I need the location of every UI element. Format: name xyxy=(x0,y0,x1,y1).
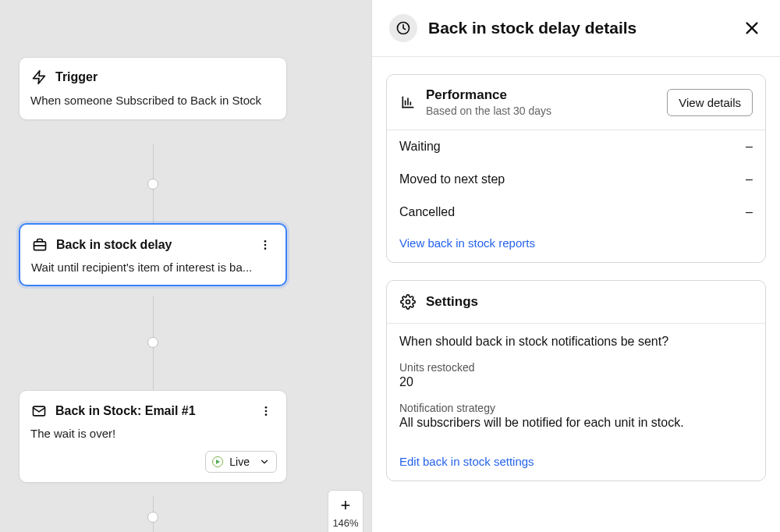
stat-row: Moved to next step – xyxy=(387,163,765,196)
briefcase-icon xyxy=(31,236,48,254)
zoom-level: 146% xyxy=(328,517,363,532)
strategy-value: All subscribers will be notified for eac… xyxy=(399,416,753,430)
stat-row: Cancelled – xyxy=(387,196,765,229)
node-description: When someone Subscribed to Back in Stock xyxy=(20,92,286,119)
svg-point-17 xyxy=(406,300,410,304)
flow-node-delay[interactable]: Back in stock delay Wait until recipient… xyxy=(19,223,287,286)
details-panel: Back in stock delay details Performance … xyxy=(371,0,780,532)
close-button[interactable] xyxy=(741,17,763,39)
zoom-in-button[interactable]: + xyxy=(328,491,363,517)
stat-label: Cancelled xyxy=(399,205,455,219)
connector-handle[interactable] xyxy=(147,179,158,190)
units-label: Units restocked xyxy=(399,361,753,374)
chevron-down-icon xyxy=(259,456,270,467)
node-title: Back in stock delay xyxy=(56,238,248,252)
svg-marker-0 xyxy=(34,71,45,84)
flow-node-trigger[interactable]: Trigger When someone Subscribed to Back … xyxy=(19,57,287,120)
stat-label: Waiting xyxy=(399,140,441,154)
settings-section: Settings When should back in stock notif… xyxy=(386,280,766,481)
section-title: Performance xyxy=(426,87,658,103)
stat-value: – xyxy=(746,172,753,186)
svg-point-3 xyxy=(264,244,267,246)
stat-row: Waiting – xyxy=(387,130,765,163)
strategy-label: Notification strategy xyxy=(399,402,753,414)
svg-point-8 xyxy=(265,413,268,416)
node-title: Back in Stock: Email #1 xyxy=(55,404,249,418)
node-menu-button[interactable] xyxy=(257,402,275,420)
section-subtitle: Based on the last 30 days xyxy=(426,105,658,117)
panel-title: Back in stock delay details xyxy=(428,19,730,37)
svg-point-4 xyxy=(264,247,267,250)
node-title: Trigger xyxy=(55,70,275,84)
stat-value: – xyxy=(746,205,753,219)
node-menu-button[interactable] xyxy=(256,236,275,254)
gear-icon xyxy=(399,293,417,310)
node-description: Wait until recipient's item of interest … xyxy=(20,261,285,285)
units-value: 20 xyxy=(399,375,753,389)
flow-canvas[interactable]: Trigger When someone Subscribed to Back … xyxy=(0,0,371,532)
settings-question: When should back in stock notifications … xyxy=(399,335,753,349)
view-reports-link[interactable]: View back in stock reports xyxy=(387,229,765,262)
view-details-button[interactable]: View details xyxy=(667,89,753,116)
stat-value: – xyxy=(746,140,753,154)
connector-handle[interactable] xyxy=(147,337,158,348)
section-title: Settings xyxy=(426,294,753,310)
svg-point-6 xyxy=(265,406,268,409)
clock-icon xyxy=(389,14,417,42)
mail-icon xyxy=(30,403,48,420)
zoom-control: + 146% xyxy=(328,490,363,532)
flow-node-email[interactable]: Back in Stock: Email #1 The wait is over… xyxy=(19,390,287,483)
status-label: Live xyxy=(229,456,250,468)
stat-label: Moved to next step xyxy=(399,172,505,186)
performance-section: Performance Based on the last 30 days Vi… xyxy=(386,74,766,263)
svg-point-2 xyxy=(264,240,267,243)
edit-settings-link[interactable]: Edit back in stock settings xyxy=(387,447,765,481)
status-dropdown[interactable]: Live xyxy=(205,451,277,473)
panel-header: Back in stock delay details xyxy=(372,0,780,57)
chart-icon xyxy=(399,94,417,111)
node-description: The wait is over! xyxy=(20,427,286,451)
play-icon xyxy=(212,456,223,467)
svg-point-7 xyxy=(265,410,268,413)
trigger-icon xyxy=(30,69,48,86)
connector-handle[interactable] xyxy=(147,512,158,523)
